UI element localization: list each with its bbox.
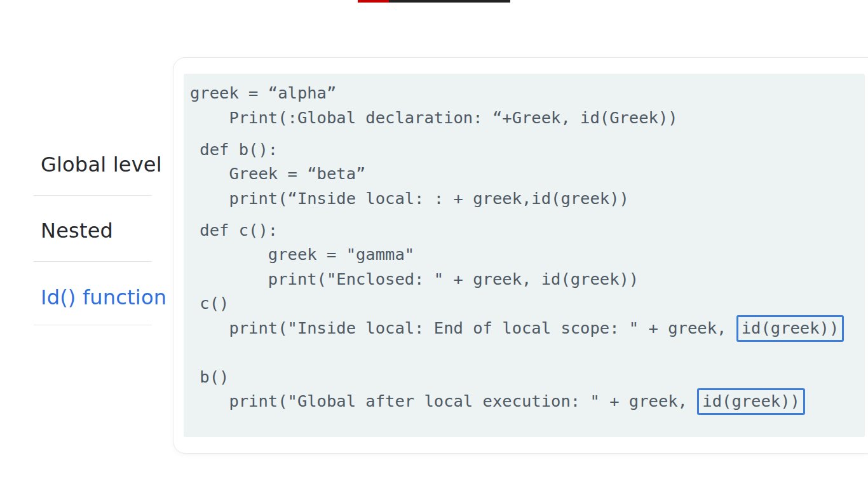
code-text: print("Enclosed: " + greek, id(greek)) [190,269,639,288]
code-line: Print(:Global declaration: “+Greek, id(G… [190,105,865,130]
code-text: Print(:Global declaration: “+Greek, id(G… [190,108,678,127]
outline-sidebar: Global level Nested Id() function [34,152,152,337]
code-line: greek = “alpha” [190,81,865,105]
progress-elapsed-segment [358,0,389,3]
code-line: b() [190,365,865,390]
sidebar-item-nested[interactable]: Nested [41,219,113,243]
code-block: greek = “alpha” Print(:Global declaratio… [184,74,865,414]
video-progress-bar[interactable] [358,0,510,3]
code-line: Greek = “beta” [190,161,865,186]
code-line: c() [190,291,865,316]
highlight-box: id(greek)) [736,315,844,342]
code-text: Greek = “beta” [190,164,365,183]
code-text: print("Global after local execution: " +… [190,391,697,410]
code-panel: greek = “alpha” Print(:Global declaratio… [184,74,865,437]
code-line: print("Inside local: End of local scope:… [190,316,865,341]
code-card: greek = “alpha” Print(:Global declaratio… [173,57,868,454]
code-text: greek = "gamma" [190,245,414,264]
code-line: def c(): [190,218,865,243]
code-line: greek = "gamma" [190,242,865,267]
code-line [190,340,865,365]
code-text: def c(): [190,220,278,240]
code-line: print(“Inside local: : + greek,id(greek)… [190,186,865,211]
sidebar-item-global-level[interactable]: Global level [41,152,162,177]
code-line: def b(): [190,137,865,162]
code-text: def b(): [190,140,278,159]
sidebar-divider [34,261,152,262]
code-line: print("Enclosed: " + greek, id(greek)) [190,267,865,292]
code-text: greek = “alpha” [190,83,336,102]
code-text: b() [190,367,229,386]
sidebar-item-id-function[interactable]: Id() function [41,285,166,309]
code-text: print("Inside local: End of local scope:… [190,318,736,337]
code-text: c() [190,294,229,313]
sidebar-divider [34,325,152,325]
code-line: print("Global after local execution: " +… [190,389,865,414]
progress-remaining-segment [389,0,510,3]
highlight-box: id(greek)) [697,388,805,415]
code-text: print(“Inside local: : + greek,id(greek)… [190,189,629,208]
sidebar-divider [34,195,152,196]
